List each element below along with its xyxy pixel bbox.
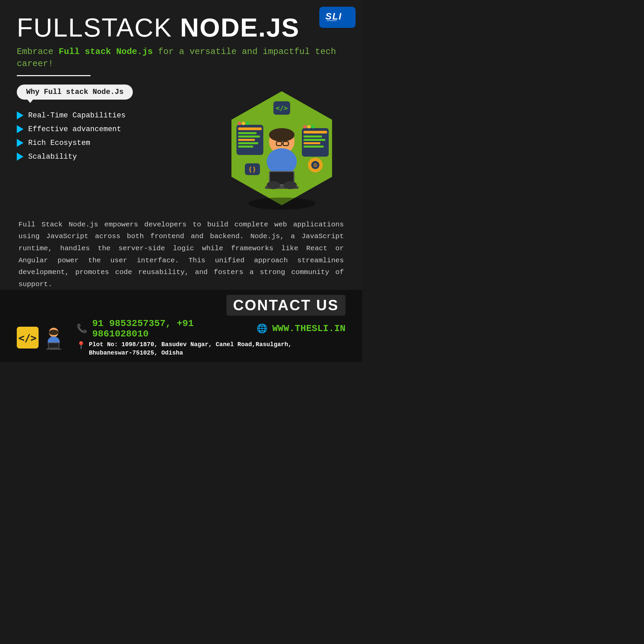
svg-rect-21	[238, 142, 258, 144]
contact-info-row: </> 📞 91 98	[17, 318, 345, 357]
feature-item-3: Rich Ecosystem	[17, 139, 184, 147]
divider	[17, 75, 91, 76]
globe-icon: 🌐	[257, 323, 267, 334]
svg-rect-17	[238, 127, 262, 130]
svg-point-33	[307, 125, 311, 128]
svg-rect-49	[46, 348, 61, 350]
arrow-icon-3	[17, 139, 23, 147]
svg-rect-31	[304, 146, 324, 148]
address-block: Plot No: 1098/1870, Basudev Nagar, Canel…	[89, 340, 292, 357]
svg-point-6	[269, 128, 294, 142]
contact-details: 📞 91 9853257357, +91 9861028010 🌐 WWW.TH…	[76, 318, 345, 357]
website-text: WWW.THESLI.IN	[272, 323, 345, 334]
title-normal: FULLSTACK	[17, 13, 180, 42]
feature-text-4: Scalability	[28, 153, 77, 161]
svg-point-34	[311, 125, 315, 128]
logo-container: SLI	[319, 7, 356, 28]
contact-us-text: CONTACT US	[226, 295, 345, 316]
feature-text-3: Rich Ecosystem	[28, 139, 90, 147]
svg-rect-22	[238, 146, 253, 148]
arrow-icon-1	[17, 111, 23, 119]
phone-text: 91 9853257357, +91 9861028010	[92, 318, 252, 339]
feature-item-4: Scalability	[17, 153, 184, 161]
svg-point-14	[267, 181, 280, 189]
svg-text:</>: </>	[276, 104, 288, 112]
contact-us-label: CONTACT US	[17, 295, 345, 316]
logo-text: SLI	[324, 9, 351, 25]
arrow-icon-4	[17, 153, 23, 161]
location-icon: 📍	[76, 341, 86, 350]
why-badge-text: Why Full stack Node.Js	[26, 88, 123, 96]
why-badge: Why Full stack Node.Js	[17, 85, 133, 100]
hexagon-svg: </> ⚙ { }	[218, 85, 345, 212]
address-line2: Bhubaneswar-751025, Odisha	[89, 349, 292, 357]
svg-text:SLI: SLI	[325, 11, 342, 21]
page-wrapper: SLI FULLSTACK NODE.JS Embrace Full stack…	[0, 0, 362, 362]
feature-text-1: Real-Time Capabilities	[28, 111, 125, 120]
subtitle-before: Embrace	[17, 47, 59, 57]
main-heading: FULLSTACK NODE.JS	[17, 13, 345, 42]
developer-illustration: </> ⚙ { }	[218, 85, 345, 212]
left-content: Why Full stack Node.Js Real-Time Capabil…	[17, 85, 184, 166]
feature-text-2: Effective advancement	[28, 125, 121, 133]
svg-rect-29	[304, 139, 325, 141]
address-row: 📍 Plot No: 1098/1870, Basudev Nagar, Can…	[76, 340, 345, 357]
address-line1: Plot No: 1098/1870, Basudev Nagar, Canel…	[89, 340, 292, 349]
phone-row: 📞 91 9853257357, +91 9861028010 🌐 WWW.TH…	[76, 318, 345, 339]
svg-rect-27	[304, 131, 327, 133]
phone-icon: 📞	[76, 323, 87, 334]
contact-avatar: </>	[17, 325, 66, 350]
contact-section: CONTACT US </>	[0, 290, 362, 362]
subtitle-highlight: Full stack Node.js	[59, 47, 153, 57]
svg-text:{ }: { }	[249, 166, 255, 172]
developer-avatar	[41, 325, 66, 350]
svg-rect-30	[304, 142, 320, 144]
svg-point-4	[248, 198, 315, 210]
svg-point-25	[246, 122, 249, 125]
svg-text:</>: </>	[18, 332, 37, 344]
arrow-icon-2	[17, 125, 23, 133]
svg-rect-19	[238, 136, 260, 138]
svg-rect-18	[238, 132, 257, 134]
svg-rect-28	[304, 136, 322, 138]
content-area: Why Full stack Node.Js Real-Time Capabil…	[17, 85, 345, 212]
svg-point-45	[49, 330, 58, 335]
feature-item-2: Effective advancement	[17, 125, 184, 133]
feature-list: Real-Time Capabilities Effective advance…	[17, 111, 184, 161]
title-bold: NODE.JS	[180, 13, 300, 42]
feature-item-1: Real-Time Capabilities	[17, 111, 184, 120]
svg-rect-48	[49, 343, 59, 348]
code-tag-icon: </>	[17, 327, 39, 348]
svg-rect-20	[238, 139, 255, 141]
subtitle: Embrace Full stack Node.js for a versati…	[17, 46, 345, 70]
description-text: Full Stack Node.js empowers developers t…	[17, 219, 345, 290]
main-title: FULLSTACK NODE.JS	[17, 13, 345, 42]
svg-point-15	[283, 181, 297, 189]
svg-point-24	[242, 122, 245, 125]
svg-point-32	[303, 125, 307, 128]
svg-text:⚙: ⚙	[313, 162, 318, 168]
svg-rect-2	[327, 20, 337, 21]
svg-point-23	[238, 122, 241, 125]
